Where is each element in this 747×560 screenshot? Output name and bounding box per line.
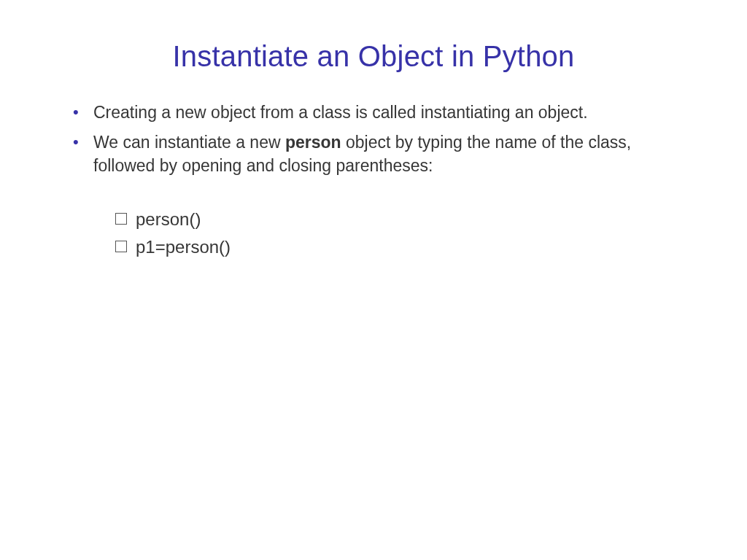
bullet-list: Creating a new object from a class is ca… <box>51 101 696 260</box>
sub-item-text: person() <box>136 209 201 229</box>
slide: Instantiate an Object in Python Creating… <box>0 0 747 560</box>
bullet-item: We can instantiate a new person object b… <box>73 131 696 260</box>
bullet-text: Creating a new object from a class is ca… <box>93 103 588 122</box>
slide-title: Instantiate an Object in Python <box>51 40 696 73</box>
sub-item-text: p1=person() <box>136 237 231 257</box>
bullet-item: Creating a new object from a class is ca… <box>73 101 696 125</box>
bullet-text-bold: person <box>285 133 341 152</box>
bullet-text: We can instantiate a new <box>93 133 285 152</box>
sub-list: person() p1=person() <box>93 207 696 260</box>
sub-item: person() <box>115 207 696 233</box>
sub-item: p1=person() <box>115 235 696 260</box>
